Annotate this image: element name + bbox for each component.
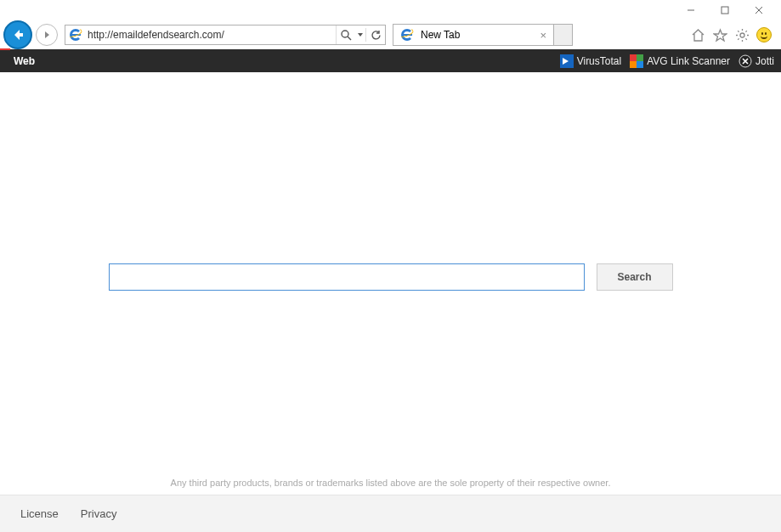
- search-dropdown-icon[interactable]: [355, 25, 365, 44]
- svg-point-6: [740, 33, 744, 37]
- jotti-icon: [739, 54, 752, 68]
- page-footer: License Privacy: [0, 495, 781, 532]
- extension-toolbar: Web VirusTotal AVG Link Scanner Jotti: [0, 49, 781, 72]
- tab-title: New Tab: [421, 29, 460, 41]
- smiley-icon[interactable]: [756, 26, 773, 43]
- toolbar-item-avg[interactable]: AVG Link Scanner: [630, 54, 730, 68]
- window-titlebar: [0, 0, 781, 20]
- search-input[interactable]: [109, 263, 585, 291]
- home-icon[interactable]: [689, 26, 706, 43]
- search-icon[interactable]: [337, 25, 355, 44]
- svg-rect-9: [637, 54, 643, 61]
- browser-navbar: New Tab ×: [0, 20, 781, 49]
- window-close-button[interactable]: [742, 0, 776, 20]
- toolbar-item-virustotal[interactable]: VirusTotal: [560, 54, 621, 68]
- footer-license-link[interactable]: License: [20, 507, 59, 520]
- toolbar-item-jotti[interactable]: Jotti: [739, 54, 774, 68]
- address-bar[interactable]: [65, 25, 386, 45]
- refresh-icon[interactable]: [366, 25, 385, 44]
- search-button[interactable]: Search: [597, 263, 673, 291]
- disclaimer-text: Any third party products, brands or trad…: [0, 478, 781, 488]
- back-button[interactable]: [3, 20, 32, 49]
- window-minimize-button[interactable]: [674, 0, 708, 20]
- url-input[interactable]: [86, 26, 336, 43]
- window-maximize-button[interactable]: [708, 0, 742, 20]
- svg-rect-10: [630, 61, 637, 68]
- virustotal-icon: [560, 54, 574, 68]
- toolbar-item-label: Jotti: [756, 55, 774, 67]
- navbar-right-icons: [689, 26, 778, 43]
- svg-line-5: [348, 37, 351, 40]
- svg-point-4: [342, 31, 348, 37]
- avg-icon: [630, 54, 643, 68]
- toolbar-item-label: AVG Link Scanner: [647, 55, 730, 67]
- favorites-icon[interactable]: [711, 26, 728, 43]
- ie-logo-icon: [67, 26, 84, 43]
- settings-gear-icon[interactable]: [733, 26, 750, 43]
- svg-rect-11: [637, 61, 643, 68]
- footer-privacy-link[interactable]: Privacy: [81, 507, 117, 520]
- svg-rect-1: [722, 7, 728, 14]
- page-content: Search Any third party products, brands …: [0, 72, 781, 532]
- ie-logo-icon: [399, 26, 416, 43]
- tab-close-icon[interactable]: ×: [536, 29, 550, 42]
- toolbar-item-label: VirusTotal: [577, 55, 621, 67]
- tab-bar: New Tab ×: [393, 24, 573, 46]
- forward-button[interactable]: [36, 24, 58, 46]
- svg-rect-8: [630, 54, 637, 61]
- toolbar-accent: [0, 48, 10, 50]
- search-row: Search: [0, 263, 781, 291]
- new-tab-button[interactable]: [554, 24, 573, 46]
- browser-tab[interactable]: New Tab ×: [393, 24, 554, 46]
- toolbar-web-label[interactable]: Web: [14, 55, 35, 67]
